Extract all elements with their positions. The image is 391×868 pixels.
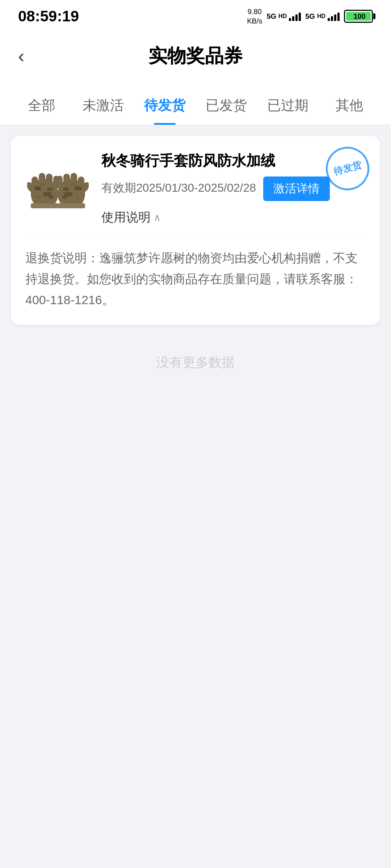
svg-rect-2 xyxy=(39,173,45,189)
svg-rect-19 xyxy=(75,187,81,190)
instructions-toggle[interactable]: 使用说明 ∧ xyxy=(101,209,366,226)
svg-rect-8 xyxy=(40,183,45,186)
network-speed: 9.80 KB/s xyxy=(247,7,262,26)
main-content: 待发货 xyxy=(0,125,391,400)
network-group-1: 5G HD xyxy=(266,12,301,21)
tab-all[interactable]: 全部 xyxy=(11,83,72,125)
product-info: 秋冬骑行手套防风防水加绒 有效期2025/01/30-2025/02/28 激活… xyxy=(101,150,366,226)
return-policy-text: 退换货说明：逸骊筑梦许愿树的物资均由爱心机构捐赠，不支持退换货。如您收到的实物商… xyxy=(25,248,366,310)
battery-level: 100 xyxy=(346,12,373,21)
battery-indicator: 100 xyxy=(344,10,373,23)
product-row: 秋冬骑行手套防风防水加绒 有效期2025/01/30-2025/02/28 激活… xyxy=(25,150,366,226)
status-right: 9.80 KB/s 5G HD 5G HD xyxy=(247,7,373,26)
signal-bars-1 xyxy=(289,12,301,21)
product-validity: 有效期2025/01/30-2025/02/28 xyxy=(101,180,256,196)
instructions-label: 使用说明 xyxy=(101,209,151,226)
svg-rect-3 xyxy=(46,174,52,189)
svg-rect-12 xyxy=(31,203,58,208)
svg-rect-24 xyxy=(62,196,67,199)
svg-rect-9 xyxy=(47,187,53,191)
card-divider xyxy=(25,237,366,237)
product-image xyxy=(25,150,91,216)
network-group-2: 5G HD xyxy=(305,12,340,21)
back-button[interactable]: ‹ xyxy=(18,47,24,65)
status-bar: 08:59:19 9.80 KB/s 5G HD 5G HD xyxy=(0,0,391,29)
hd-label-1: HD xyxy=(278,13,287,20)
tab-pending[interactable]: 待发货 xyxy=(134,83,196,125)
no-more-data: 没有更多数据 xyxy=(11,336,380,390)
activate-button[interactable]: 激活详情 xyxy=(263,176,330,201)
hd-label-2: HD xyxy=(317,13,325,20)
tab-other[interactable]: 其他 xyxy=(319,83,380,125)
tab-bar: 全部 未激活 待发货 已发货 已过期 其他 xyxy=(0,83,391,125)
chevron-up-icon: ∧ xyxy=(154,212,161,224)
svg-rect-17 xyxy=(57,176,63,189)
page-header: ‹ 实物奖品券 xyxy=(0,29,391,83)
signal-bars-2 xyxy=(328,12,340,21)
svg-rect-23 xyxy=(75,196,80,199)
5g-label-1: 5G xyxy=(266,12,276,21)
tab-inactive[interactable]: 未激活 xyxy=(72,83,134,125)
tab-shipped[interactable]: 已发货 xyxy=(196,83,257,125)
status-time: 08:59:19 xyxy=(18,8,79,25)
page-title: 实物奖品券 xyxy=(148,43,243,69)
svg-rect-21 xyxy=(71,183,76,186)
svg-rect-6 xyxy=(34,187,41,190)
svg-rect-15 xyxy=(71,173,77,189)
svg-rect-10 xyxy=(36,196,41,199)
tab-expired[interactable]: 已过期 xyxy=(257,83,319,125)
gloves-svg xyxy=(27,158,89,208)
svg-rect-16 xyxy=(63,174,70,189)
svg-rect-22 xyxy=(63,187,69,191)
svg-rect-25 xyxy=(58,203,85,208)
5g-label-2: 5G xyxy=(305,12,315,21)
product-card: 待发货 xyxy=(11,136,380,325)
svg-rect-11 xyxy=(49,196,54,199)
